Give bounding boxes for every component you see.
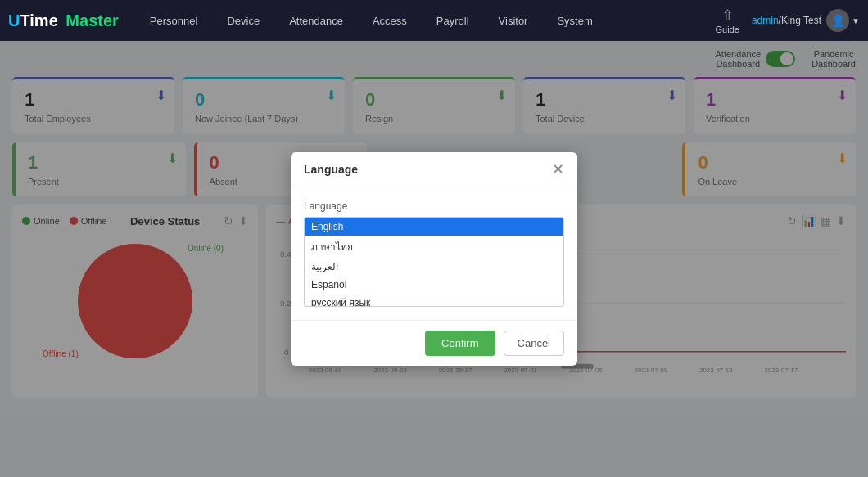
nav-access[interactable]: Access [366,11,414,31]
lang-option-english[interactable]: English [305,218,563,236]
avatar: 👤 [826,9,849,32]
user-section[interactable]: admin/King Test 👤 ▼ [752,9,860,32]
language-list[interactable]: English ภาษาไทย العربية Español русский … [304,217,564,307]
modal-title: Language [304,163,358,176]
cancel-button[interactable]: Cancel [504,331,564,356]
language-field-label: Language [304,200,564,212]
dashboard: Attendance Dashboard Pandemic Dashboard … [0,41,868,477]
lang-option-arabic[interactable]: العربية [305,258,563,276]
nav-system[interactable]: System [550,11,599,31]
user-name: admin/King Test [752,15,821,26]
logo-u: U [8,11,20,30]
app-logo[interactable]: UTime Master [8,11,119,30]
modal-footer: Confirm Cancel [291,320,577,366]
user-dropdown-icon[interactable]: ▼ [852,16,860,25]
nav-payroll[interactable]: Payroll [430,11,476,31]
lang-option-russian[interactable]: русский язык [305,294,563,307]
guide-section[interactable]: ⇧ Guide [716,7,739,34]
nav-personnel[interactable]: Personnel [143,11,205,31]
nav-attendance[interactable]: Attendance [283,11,350,31]
modal-overlay[interactable]: Language ✕ Language English ภาษาไทย العر… [0,41,868,477]
logo-space [60,11,65,30]
nav-visitor[interactable]: Visitor [492,11,535,31]
logo-master: Master [66,11,118,30]
guide-icon: ⇧ [721,7,734,25]
language-modal: Language ✕ Language English ภาษาไทย العر… [291,152,577,366]
top-navigation: UTime Master Personnel Device Attendance… [0,0,868,41]
modal-header: Language ✕ [291,152,577,187]
lang-option-thai[interactable]: ภาษาไทย [305,236,563,258]
modal-close-button[interactable]: ✕ [552,162,564,177]
nav-menu: Personnel Device Attendance Access Payro… [143,11,716,31]
confirm-button[interactable]: Confirm [425,331,495,356]
guide-label: Guide [716,25,739,34]
lang-option-spanish[interactable]: Español [305,276,563,294]
logo-time: Time [20,11,57,30]
nav-device[interactable]: Device [220,11,266,31]
modal-body: Language English ภาษาไทย العربية Español… [291,187,577,320]
